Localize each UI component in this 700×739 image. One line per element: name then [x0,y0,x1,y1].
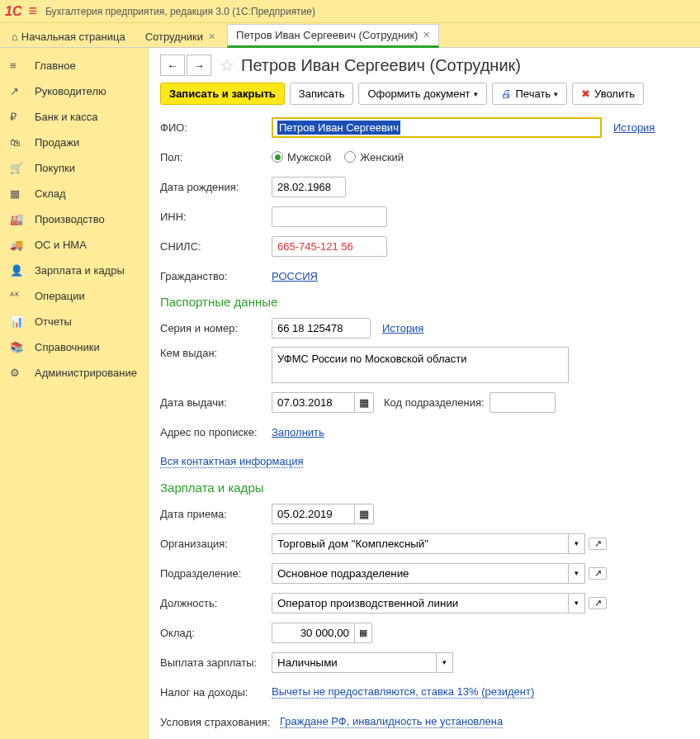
insurance-link[interactable]: Граждане РФ, инвалидность не установлена [280,715,503,728]
open-ref-button[interactable]: ↗ [589,567,607,580]
chevron-down-icon[interactable]: ▾ [569,533,585,554]
position-select[interactable] [272,593,569,613]
issue-date-input[interactable] [272,392,354,413]
home-icon: ⌂ [12,31,18,43]
inn-input[interactable] [272,206,387,227]
tax-link[interactable]: Вычеты не предоставляются, ставка 13% (р… [272,685,534,699]
address-label: Адрес по прописке: [160,426,272,438]
app-title: Бухгалтерия предприятия, редакция 3.0 (1… [45,6,315,17]
sidebar-label: Администрирование [35,367,137,379]
sidebar-item-0[interactable]: ≡Главное [0,53,148,78]
tab-label: Петров Иван Сергеевич (Сотрудник) [236,29,418,41]
passport-serial-input[interactable] [272,318,371,339]
calendar-icon[interactable]: ▦ [354,392,374,413]
save-close-button[interactable]: Записать и закрыть [160,83,285,105]
star-icon[interactable]: ☆ [220,55,234,75]
open-ref-button[interactable]: ↗ [589,538,607,550]
radio-icon [272,151,283,163]
dept-select[interactable] [272,563,569,584]
org-select[interactable] [272,533,569,554]
sidebar-label: Производство [35,213,105,225]
salary-input[interactable] [272,623,354,643]
sidebar-item-4[interactable]: 🛒Покупки [0,155,148,181]
sidebar-item-12[interactable]: ⚙Администрирование [0,360,148,386]
sidebar-icon: ≡ [10,59,26,72]
citizenship-link[interactable]: РОССИЯ [272,270,318,282]
sidebar-icon: 🏭 [10,213,26,225]
chevron-down-icon[interactable]: ▾ [569,593,585,613]
payment-label: Выплата зарплаты: [160,656,272,669]
calculator-icon[interactable]: ▦ [354,623,372,643]
sidebar-icon: ⚙ [10,367,26,379]
sidebar-item-3[interactable]: 🛍Продажи [0,130,148,155]
issued-by-textarea[interactable]: УФМС России по Московской области [272,347,569,383]
issue-date-label: Дата выдачи: [160,396,272,409]
sidebar-icon: ᴬᴷ [10,290,26,302]
salary-label: Оклад: [160,627,272,639]
sidebar-item-6[interactable]: 🏭Производство [0,206,148,232]
gender-male-radio[interactable]: Мужской [272,151,331,163]
sidebar-item-1[interactable]: ↗Руководителю [0,78,148,104]
hamburger-icon[interactable]: ≡ [28,2,37,20]
calendar-icon[interactable]: ▦ [354,504,374,524]
sidebar-label: Главное [35,59,76,72]
tab-employee-card[interactable]: Петров Иван Сергеевич (Сотрудник) ✕ [227,24,439,48]
dept-code-input[interactable] [490,392,556,413]
sidebar-label: Справочники [35,341,100,353]
tab-home-label: Начальная страница [21,31,125,43]
dob-input[interactable] [272,177,346,197]
tab-employees[interactable]: Сотрудники ✕ [137,26,224,47]
sidebar-item-7[interactable]: 🚚ОС и НМА [0,232,148,258]
dob-label: Дата рождения: [160,181,272,193]
snils-label: СНИЛС: [160,240,272,253]
sidebar-label: Продажи [35,136,79,149]
printer-icon: 🖨 [501,88,512,100]
back-button[interactable]: ← [160,54,185,76]
logo-1c: 1C [5,4,21,19]
create-document-button[interactable]: Оформить документ▾ [358,83,486,105]
print-button[interactable]: 🖨Печать▾ [492,83,568,105]
position-label: Должность: [160,597,272,609]
gender-label: Пол: [160,151,272,163]
close-icon[interactable]: ✕ [208,31,215,42]
chevron-down-icon[interactable]: ▾ [569,563,585,584]
chevron-down-icon: ▾ [474,90,478,98]
sidebar-icon: 📊 [10,315,26,328]
fio-input[interactable]: Петров Иван Сергеевич [272,117,602,138]
passport-serial-label: Серия и номер: [160,322,272,334]
sidebar-label: Операции [35,290,85,302]
sidebar-item-2[interactable]: ₽Банк и касса [0,104,148,130]
sidebar-icon: 🛍 [10,136,26,149]
sidebar-icon: 🚚 [10,239,26,251]
gender-female-radio[interactable]: Женский [344,151,404,163]
forward-button[interactable]: → [187,54,211,76]
save-button[interactable]: Записать [290,83,354,105]
snils-input[interactable] [272,236,387,257]
contact-info-link[interactable]: Вся контактная информация [160,455,303,468]
close-icon[interactable]: ✕ [423,30,430,40]
sidebar-item-10[interactable]: 📊Отчеты [0,309,148,334]
insurance-label: Условия страхования: [160,716,280,728]
tax-label: Налог на доходы: [160,686,272,699]
sidebar-item-9[interactable]: ᴬᴷОперации [0,283,148,309]
dept-label: Подразделение: [160,567,272,580]
sidebar-icon: 📚 [10,341,26,353]
passport-history-link[interactable]: История [382,322,423,334]
sidebar-item-8[interactable]: 👤Зарплата и кадры [0,258,148,283]
open-ref-button[interactable]: ↗ [589,597,607,609]
sidebar-icon: 🛒 [10,162,26,174]
address-fill-link[interactable]: Заполнить [272,426,324,438]
hr-section-title: Зарплата и кадры [160,481,688,495]
tab-home[interactable]: ⌂ Начальная страница [3,26,134,47]
chevron-down-icon[interactable]: ▾ [437,652,453,673]
hire-date-input[interactable] [272,504,354,524]
fio-history-link[interactable]: История [613,121,655,134]
payment-select[interactable] [272,652,437,673]
sidebar-label: Зарплата и кадры [35,264,125,277]
hire-date-label: Дата приема: [160,508,272,520]
citizenship-label: Гражданство: [160,270,272,282]
sidebar-item-11[interactable]: 📚Справочники [0,334,148,360]
dismiss-button[interactable]: ✖Уволить [572,83,644,105]
org-label: Организация: [160,538,272,550]
sidebar-item-5[interactable]: ▦Склад [0,181,148,206]
